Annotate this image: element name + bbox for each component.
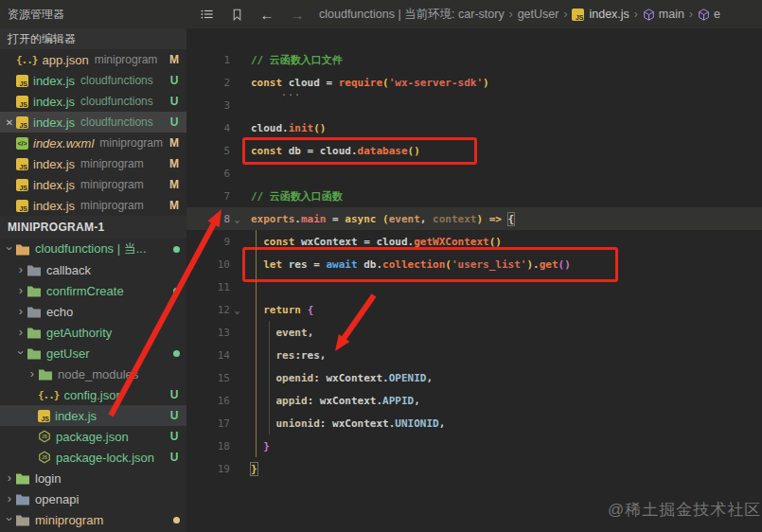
code-line-6[interactable]: 6 [186, 162, 762, 185]
breadcrumb-item-getuser[interactable]: getUser [518, 8, 559, 21]
code-line-17[interactable]: 17 unionid: wxContext.UNIONID, [186, 412, 762, 434]
tree-item-package-json[interactable]: JSpackage.jsonU [0, 426, 186, 447]
forward-arrow-icon[interactable]: → [289, 6, 306, 23]
file-path: miniprogram [80, 178, 166, 191]
chevron-right-icon[interactable]: › [15, 304, 27, 318]
folder-icon [27, 285, 42, 297]
chevron-right-icon[interactable]: › [4, 470, 15, 485]
breadcrumb-item-cloudfunctions-car-story[interactable]: cloudfunctions | 当前环境: car-story [319, 7, 505, 23]
code-line-15[interactable]: 15 openid: wxContext.OPENID, [186, 366, 762, 389]
folder-icon [27, 306, 42, 318]
line-number: 3 [186, 99, 230, 112]
tree-item-getuser[interactable]: ›getUser [0, 343, 186, 364]
tree-item-echo[interactable]: ›echo [0, 301, 186, 322]
code-line-14[interactable]: 14 res:res, [186, 344, 762, 366]
tree-item-login[interactable]: ›login [0, 468, 186, 488]
open-editors-header[interactable]: 打开的编辑器 [0, 28, 186, 49]
chevron-right-icon[interactable]: › [15, 283, 27, 297]
file-path: cloudfunctions [80, 115, 166, 129]
file-path: miniprogram [95, 53, 166, 66]
file-name: index.js [33, 178, 75, 192]
js-icon: JS [16, 179, 28, 191]
npm-icon: JS [38, 430, 51, 443]
open-editor-item-app-json[interactable]: {..}app.jsonminiprogramM [0, 49, 186, 70]
chevron-down-icon[interactable]: › [14, 346, 28, 358]
open-editor-item-index-js[interactable]: JSindex.jsminiprogramM [0, 153, 186, 174]
chevron-down-icon[interactable]: › [3, 242, 17, 254]
code-line-8[interactable]: 8⌄exports.main = async (event, context) … [186, 207, 762, 230]
svg-text:JS: JS [42, 455, 48, 460]
watermark: @稀土掘金技术社区 [608, 499, 761, 521]
tree-item-index-js[interactable]: JSindex.jsU [0, 405, 186, 426]
close-icon[interactable]: ✕ [3, 117, 16, 128]
line-number: 4 [186, 122, 230, 134]
modified-dot [173, 517, 180, 523]
code-line-2[interactable]: 2const cloud = require('wx-server-sdk') [186, 71, 762, 94]
chevron-right-icon[interactable]: › [4, 491, 15, 505]
git-status-badge: M [166, 157, 183, 170]
code-line-16[interactable]: 16 appid: wxContext.APPID, [186, 389, 762, 412]
tree-item-package-lock-json[interactable]: JSpackage-lock.jsonU [0, 447, 186, 468]
code-line-19[interactable]: 19} [186, 457, 762, 480]
open-editor-item-index-wxml[interactable]: </>index.wxmlminiprogramM [0, 133, 186, 153]
file-tree: ›cloudfunctions | 当...›callback›confirmC… [0, 239, 186, 530]
chevron-right-icon[interactable]: › [15, 325, 27, 339]
breadcrumb-item-index-js[interactable]: index.js [589, 8, 629, 21]
code-text: } [244, 440, 270, 452]
tree-item-label: index.js [55, 409, 164, 423]
git-status-badge: U [166, 409, 183, 422]
code-text: cloud.init() [244, 122, 327, 134]
tree-item-miniprogram[interactable]: ›miniprogram [0, 509, 186, 530]
open-editor-item-index-js[interactable]: ✕JSindex.jscloudfunctionsU [0, 112, 186, 133]
folder-icon [27, 264, 42, 276]
wxml-icon: </> [16, 137, 28, 150]
code-line-4[interactable]: 4cloud.init() [186, 116, 762, 139]
open-editor-item-index-js[interactable]: JSindex.jsminiprogramM [0, 174, 186, 195]
tree-item-node-modules[interactable]: ›node_modules [0, 364, 186, 384]
tree-item-label: miniprogram [35, 513, 171, 527]
chevron-right-icon[interactable]: › [15, 262, 27, 276]
code-line-18[interactable]: 18 } [186, 434, 762, 457]
tree-item-getauthority[interactable]: ›getAuthority [0, 322, 186, 343]
project-header[interactable]: MINIPROGRAM-1 [0, 216, 186, 239]
file-path: cloudfunctions [80, 74, 166, 87]
chevron-right-icon[interactable]: › [27, 366, 38, 381]
code-line-3[interactable]: 3 [186, 94, 762, 116]
open-editor-item-index-js[interactable]: JSindex.jscloudfunctionsU [0, 70, 186, 91]
code-line-13[interactable]: 13 event, [186, 321, 762, 344]
fold-chevron-icon[interactable]: ⌄ [230, 214, 244, 224]
code-line-7[interactable]: 7// 云函数入口函数 [186, 185, 762, 207]
file-name: index.js [33, 199, 75, 213]
open-editor-item-index-js[interactable]: JSindex.jsminiprogramM [0, 195, 186, 216]
outline-list-icon[interactable] [198, 6, 215, 23]
code-text: // 云函数入口函数 [244, 189, 343, 204]
folder-icon [27, 327, 42, 339]
chevron-down-icon[interactable]: › [3, 513, 17, 524]
file-name: index.js [33, 74, 75, 88]
tree-item-callback[interactable]: ›callback [0, 259, 186, 280]
top-bar: 资源管理器 ←→ cloudfunctions | 当前环境: car-stor… [0, 0, 762, 28]
fold-chevron-icon[interactable]: ⌄ [230, 305, 244, 315]
line-number: 15 [186, 372, 230, 384]
code-text: return { [244, 304, 313, 316]
file-name: index.js [33, 115, 75, 130]
code-line-12[interactable]: 12⌄ return { [186, 298, 762, 321]
file-path: cloudfunctions [80, 95, 166, 108]
tree-item-openapi[interactable]: ›openapi [0, 488, 186, 509]
back-arrow-icon[interactable]: ← [258, 6, 275, 23]
tree-item-cloudfunctions[interactable]: ›cloudfunctions | 当... [0, 239, 186, 259]
symbol-cube-icon [698, 9, 710, 21]
git-status-badge: U [166, 95, 183, 108]
folder-icon [15, 514, 30, 526]
file-name: index.js [33, 157, 75, 171]
indent-guide [269, 321, 270, 434]
tree-item-confirmcreate[interactable]: ›confirmCreate [0, 280, 186, 301]
code-line-1[interactable]: 1// 云函数入口文件 [186, 48, 762, 71]
bookmark-icon[interactable] [228, 6, 245, 23]
breadcrumb-item-main[interactable]: main [659, 8, 684, 21]
breadcrumb-item-e[interactable]: e [714, 8, 720, 21]
tree-item-label: getUser [46, 346, 171, 361]
tree-item-label: getAuthority [46, 326, 185, 340]
open-editor-item-index-js[interactable]: JSindex.jscloudfunctionsU [0, 91, 186, 112]
tree-item-config-json[interactable]: {..}config.jsonU [0, 384, 186, 405]
